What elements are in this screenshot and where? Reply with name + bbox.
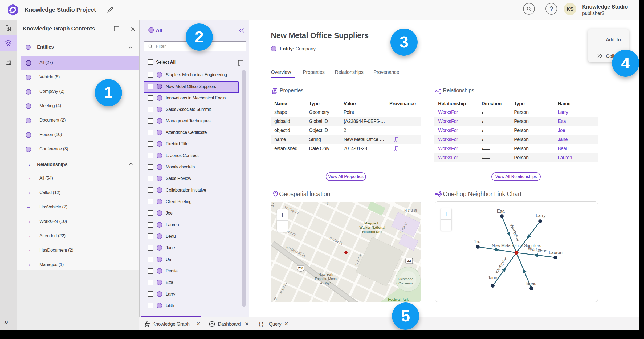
svg-text:Festival Park: Festival Park — [388, 297, 409, 301]
svg-text:Richmond: Richmond — [398, 277, 414, 281]
svg-text:Coliseum: Coliseum — [398, 281, 413, 285]
svg-text:& Boys: & Boys — [320, 281, 331, 285]
svg-text:Joe: Joe — [474, 239, 481, 244]
svg-text:Walker National: Walker National — [359, 225, 385, 229]
svg-text:Historic Site: Historic Site — [362, 230, 382, 234]
svg-text:Maggie L.: Maggie L. — [364, 221, 380, 225]
svg-text:WorksFor: WorksFor — [528, 246, 547, 253]
svg-text:Jane: Jane — [488, 275, 497, 280]
svg-text:250: 250 — [298, 267, 303, 270]
svg-text:Etta: Etta — [497, 209, 505, 214]
svg-text:Fashion Mens: Fashion Mens — [315, 277, 337, 281]
svg-text:Larry: Larry — [536, 213, 546, 218]
svg-text:33: 33 — [407, 259, 411, 263]
svg-text:WorksFor: WorksFor — [494, 256, 508, 274]
svg-text:N 3rd St: N 3rd St — [404, 208, 417, 212]
svg-text:New York: New York — [319, 272, 333, 276]
svg-text:Beau: Beau — [526, 281, 537, 286]
svg-text:Lauren: Lauren — [549, 250, 562, 255]
